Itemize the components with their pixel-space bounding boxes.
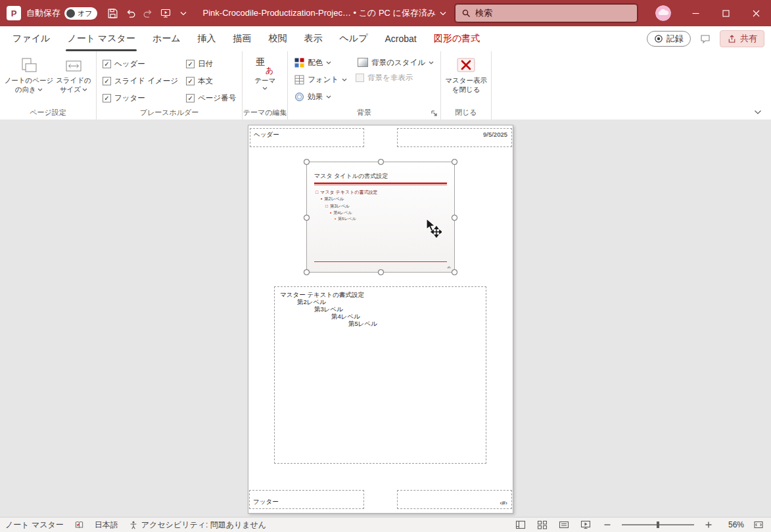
checkbox-slide-image-label: スライド イメージ xyxy=(114,76,178,86)
selection-handle-se[interactable] xyxy=(452,269,457,275)
checkbox-body[interactable]: 本文 xyxy=(186,76,236,87)
hide-background-label: 背景を非表示 xyxy=(367,73,413,83)
tab-notes-master[interactable]: ノート マスター xyxy=(58,26,144,51)
tab-insert[interactable]: 挿入 xyxy=(189,26,225,51)
checkbox-header[interactable]: ヘッダー xyxy=(103,58,178,70)
date-placeholder[interactable]: 9/5/2025 xyxy=(397,128,512,147)
close-master-view-button[interactable]: マスター表示 を閉じる xyxy=(444,53,488,106)
save-button[interactable] xyxy=(104,4,122,22)
checkbox-hide-background[interactable]: 背景を非表示 xyxy=(356,72,436,83)
notes-page-orientation-button[interactable]: ノートのページの向き xyxy=(3,53,55,106)
zoom-in-button[interactable] xyxy=(701,518,716,531)
slide-size-button[interactable]: スライドのサイズ xyxy=(55,53,93,106)
tab-acrobat[interactable]: Acrobat xyxy=(376,26,425,51)
avatar[interactable] xyxy=(655,5,671,21)
collapse-ribbon-button[interactable] xyxy=(754,110,762,115)
document-title[interactable]: Pink-Crocodile-Productization-Projec… • … xyxy=(203,7,447,19)
tab-review[interactable]: 校閲 xyxy=(260,26,296,51)
zoom-percentage[interactable]: 56% xyxy=(723,520,744,529)
chevron-down-icon xyxy=(342,78,347,81)
footer-placeholder[interactable]: フッター xyxy=(249,490,364,509)
slide-number-mark: ‹#› xyxy=(447,265,451,269)
svg-text:P: P xyxy=(11,9,17,18)
theme-colors-button[interactable]: 配色 xyxy=(292,55,349,70)
themes-icon: 亜 あ xyxy=(256,56,274,75)
comment-icon xyxy=(700,33,711,44)
zoom-slider-thumb[interactable] xyxy=(657,521,659,528)
tab-home[interactable]: ホーム xyxy=(144,26,189,51)
theme-fonts-label: フォント xyxy=(308,75,339,85)
checkbox-page-number[interactable]: ページ番号 xyxy=(186,93,236,104)
theme-fonts-button[interactable]: フォント xyxy=(292,72,349,87)
autosave-control[interactable]: 自動保存 オフ xyxy=(26,7,97,20)
checkbox-body-label: 本文 xyxy=(198,76,213,86)
autosave-toggle[interactable]: オフ xyxy=(64,7,97,20)
slide-footer-line xyxy=(314,261,447,262)
selection-handle-sw[interactable] xyxy=(304,269,310,275)
theme-effects-button[interactable]: 効果 xyxy=(292,89,349,104)
zoom-slider[interactable] xyxy=(622,521,694,529)
checkbox-footer[interactable]: フッター xyxy=(103,93,178,104)
minimize-button[interactable] xyxy=(680,0,711,26)
tab-view[interactable]: 表示 xyxy=(296,26,331,51)
tab-shape-format[interactable]: 図形の書式 xyxy=(425,26,488,51)
header-placeholder-text: ヘッダー xyxy=(254,131,279,138)
ribbon: ノートのページの向き スライドのサイズ ページ設定 ヘッダー スライド イメージ xyxy=(0,51,771,120)
checkbox-date[interactable]: 日付 xyxy=(186,58,236,70)
share-button[interactable]: 共有 xyxy=(720,30,764,47)
spell-check-button[interactable] xyxy=(74,520,84,530)
language-button[interactable]: 日本語 xyxy=(95,520,118,531)
selection-handle-n[interactable] xyxy=(378,159,384,165)
body-placeholder[interactable]: マスター テキストの書式設定 第2レベル 第3レベル 第4レベル 第5レベル xyxy=(274,286,486,464)
close-button[interactable] xyxy=(741,0,771,26)
theme-colors-icon xyxy=(294,58,304,68)
themes-button[interactable]: 亜 あ テーマ xyxy=(246,53,284,106)
selection-handle-nw[interactable] xyxy=(304,159,310,165)
tab-help[interactable]: ヘルプ xyxy=(331,26,377,51)
redo-button[interactable] xyxy=(139,4,157,22)
normal-view-button[interactable] xyxy=(513,518,528,531)
minimize-icon xyxy=(692,10,699,17)
header-placeholder[interactable]: ヘッダー xyxy=(250,128,364,147)
minus-icon xyxy=(603,521,611,529)
normal-view-icon xyxy=(515,520,526,530)
checkbox-checked-icon xyxy=(186,77,195,85)
selection-handle-e[interactable] xyxy=(452,215,457,221)
autosave-label: 自動保存 xyxy=(26,7,60,19)
record-button[interactable]: 記録 xyxy=(647,31,691,47)
reading-view-button[interactable] xyxy=(557,518,571,531)
background-styles-button[interactable]: 背景のスタイル xyxy=(356,55,436,70)
checkbox-unchecked-icon xyxy=(356,74,364,82)
slide-sorter-view-button[interactable] xyxy=(535,518,549,531)
close-icon xyxy=(753,10,760,17)
tab-draw[interactable]: 描画 xyxy=(225,26,260,51)
tab-file[interactable]: ファイル xyxy=(4,26,58,51)
customize-quick-access-button[interactable] xyxy=(175,4,193,22)
fit-to-window-button[interactable] xyxy=(751,518,766,531)
comments-button[interactable] xyxy=(697,31,714,47)
accessibility-button[interactable]: アクセシビリティ: 問題ありません xyxy=(129,520,266,531)
powerpoint-app-icon[interactable]: P xyxy=(7,6,21,20)
titlebar: P 自動保存 オフ xyxy=(0,0,771,26)
page-number-placeholder[interactable]: ‹#› xyxy=(397,490,512,509)
selection-handle-w[interactable] xyxy=(304,215,310,221)
selection-handle-s[interactable] xyxy=(378,269,384,275)
selection-handle-ne[interactable] xyxy=(452,159,457,165)
undo-button[interactable] xyxy=(122,4,139,22)
record-icon xyxy=(654,34,663,43)
slideshow-view-button[interactable] xyxy=(578,518,593,531)
checkbox-slide-image[interactable]: スライド イメージ xyxy=(103,76,178,87)
slide-title: マスタ タイトルの書式設定 xyxy=(314,172,447,181)
slide-bullet-level-4: 第4レベル xyxy=(330,210,446,216)
maximize-button[interactable] xyxy=(711,0,741,26)
themes-icon-kanji: 亜 xyxy=(256,56,265,68)
slide-image-placeholder[interactable]: マスタ タイトルの書式設定 マスタ テキストの書式設定 第2レベル 第3レベル … xyxy=(306,162,455,273)
zoom-out-button[interactable] xyxy=(600,518,615,531)
search-input[interactable]: 検索 xyxy=(455,4,638,22)
reading-view-icon xyxy=(559,520,569,530)
ribbon-group-page-setup: ノートのページの向き スライドのサイズ ページ設定 xyxy=(0,51,97,120)
start-from-beginning-button[interactable] xyxy=(157,4,175,22)
undo-icon xyxy=(125,8,136,19)
status-bar: ノート マスター 日本語 アクセシビリティ: 問題ありません xyxy=(0,517,771,532)
themes-icon-kana: あ xyxy=(266,66,273,76)
